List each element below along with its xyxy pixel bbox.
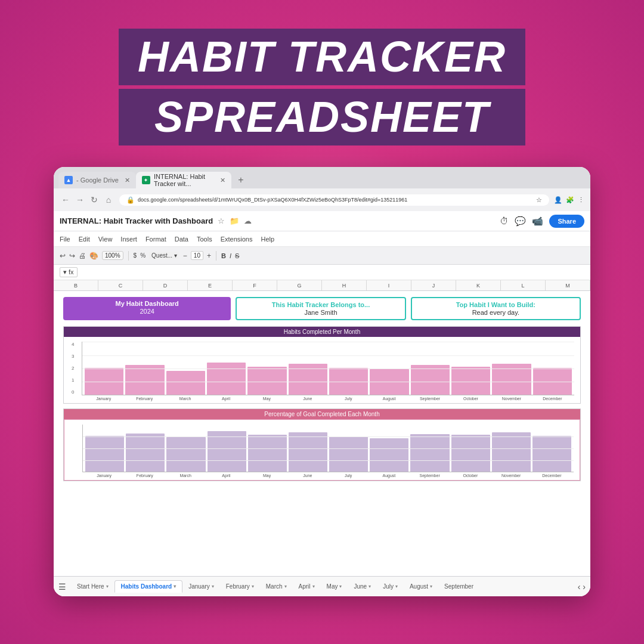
address-bar-row: ← → ↻ ⌂ 🔒 docs.google.com/spreadsheets/d…	[54, 188, 590, 211]
tab-september[interactable]: September	[438, 581, 479, 592]
tab-august[interactable]: August ▾	[404, 581, 438, 592]
bar2-oct	[451, 435, 490, 472]
refresh-button[interactable]: ↻	[88, 194, 100, 206]
currency-btn[interactable]: $	[134, 252, 137, 259]
x2-apr: April	[222, 473, 230, 478]
tab2-close[interactable]: ✕	[220, 177, 225, 184]
tab-prev-icon[interactable]: ‹	[578, 582, 581, 592]
tab-may[interactable]: May ▾	[321, 581, 348, 592]
share-button[interactable]: Share	[549, 215, 584, 228]
bold-btn[interactable]: B	[221, 252, 226, 259]
font-size-plus[interactable]: +	[207, 252, 211, 260]
x2-dec: December	[542, 473, 561, 478]
tab-start-here[interactable]: Start Here ▾	[71, 581, 114, 592]
bar2-feb	[126, 434, 165, 472]
extensions-icon: 🧩	[566, 196, 574, 204]
gridline4	[82, 382, 574, 382]
col-c: C	[98, 280, 143, 290]
hamburger-icon[interactable]: ☰	[58, 582, 66, 592]
tab-january[interactable]: January ▾	[182, 581, 220, 592]
video-icon: 📹	[532, 216, 543, 227]
info-box3-value: Read every day.	[417, 309, 575, 316]
history-icon: ⏱	[500, 216, 509, 226]
bar-sep	[411, 365, 450, 395]
chart1-body: 4 3 2 1 0	[64, 337, 580, 403]
x1-jan: January	[96, 397, 111, 401]
forward-button[interactable]: →	[74, 194, 86, 206]
bar-oct	[451, 367, 490, 395]
tab-bar: ▲ - Google Drive ✕ ✦ INTERNAL: Habit Tra…	[54, 167, 590, 188]
comment-icon: 💬	[515, 216, 526, 227]
cell-ref[interactable]: ▾ fx	[60, 267, 78, 277]
tab-march[interactable]: March ▾	[260, 581, 293, 592]
tab1-close[interactable]: ✕	[125, 177, 130, 184]
menu-file[interactable]: File	[60, 236, 70, 243]
browser-actions: 👤 🧩 ⋮	[554, 196, 584, 204]
y1-1: 1	[72, 377, 74, 383]
gridline1	[82, 342, 574, 342]
col-f: F	[233, 280, 277, 290]
tab-aug-arrow: ▾	[430, 584, 432, 589]
menu-data[interactable]: Data	[175, 236, 188, 243]
col-k: K	[456, 280, 501, 290]
tab-start-arrow: ▾	[106, 584, 109, 589]
tab-mar-label: March	[266, 583, 283, 590]
tab-july[interactable]: July ▾	[377, 581, 404, 592]
redo-icon[interactable]: ↪	[69, 252, 75, 260]
address-bar[interactable]: 🔒 docs.google.com/spreadsheets/d/1mtWrUQ…	[119, 194, 549, 206]
undo-icon[interactable]: ↩	[60, 252, 66, 260]
new-tab-button[interactable]: +	[234, 173, 248, 187]
col-j: J	[411, 280, 456, 290]
tab-april[interactable]: April ▾	[293, 581, 321, 592]
tab-feb-label: February	[226, 583, 250, 590]
font-size-minus[interactable]: −	[183, 252, 187, 260]
formula-bar: ▾ fx	[54, 265, 590, 280]
col-e: E	[188, 280, 233, 290]
col-d: D	[143, 280, 188, 290]
menu-help[interactable]: Help	[261, 236, 274, 243]
chart2-title-bar: Percentage of Goal Completed Each Month	[64, 409, 580, 419]
strikethrough-btn[interactable]: S	[235, 252, 239, 259]
tab-start-label: Start Here	[77, 583, 104, 590]
gridline3	[82, 369, 574, 369]
tab-february[interactable]: February ▾	[220, 581, 260, 592]
tab-habits-dashboard[interactable]: Habits Dashboard ▾	[114, 580, 183, 593]
info-box-owner: This Habit Tracker Belongs to... Jane Sm…	[236, 297, 405, 320]
folder-icon: 📁	[230, 216, 239, 225]
menu-edit[interactable]: Edit	[79, 236, 90, 243]
back-button[interactable]: ←	[60, 194, 72, 206]
font-selector[interactable]: Quest... ▾	[149, 252, 179, 259]
tab-jul-arrow: ▾	[395, 584, 398, 589]
info-box-dashboard: My Habit Dashboard 2024	[63, 297, 231, 320]
y1-3: 3	[72, 354, 74, 359]
bar2-nov	[492, 432, 531, 472]
menu-bar: File Edit View Insert Format Data Tools …	[54, 231, 590, 247]
home-button[interactable]: ⌂	[103, 194, 114, 206]
bar-feb	[125, 365, 164, 395]
bar-chart1: 4 3 2 1 0	[70, 342, 574, 401]
tab-june[interactable]: June ▾	[348, 581, 377, 592]
browser-chrome: ▲ - Google Drive ✕ ✦ INTERNAL: Habit Tra…	[54, 167, 590, 280]
info-box1-title: My Habit Dashboard	[68, 300, 226, 307]
x1-jun: June	[303, 397, 312, 401]
tab-google-drive[interactable]: ▲ - Google Drive ✕	[58, 172, 136, 188]
tab-sheets[interactable]: ✦ INTERNAL: Habit Tracker wit... ✕	[136, 172, 231, 188]
bar2-sep	[410, 434, 449, 472]
italic-btn[interactable]: I	[230, 252, 231, 259]
menu-insert[interactable]: Insert	[120, 236, 137, 243]
bar2-apr	[208, 431, 246, 472]
menu-view[interactable]: View	[98, 236, 113, 243]
menu-format[interactable]: Format	[145, 236, 166, 243]
zoom-selector[interactable]: 100%	[102, 251, 123, 260]
paint-icon[interactable]: 🎨	[89, 252, 98, 260]
tab-next-icon[interactable]: ›	[583, 582, 586, 592]
tab-feb-arrow: ▾	[252, 584, 254, 589]
x2-nov: November	[501, 473, 521, 478]
menu-extensions[interactable]: Extensions	[221, 236, 253, 243]
menu-tools[interactable]: Tools	[197, 236, 212, 243]
x1-sep: September	[420, 397, 440, 401]
print-icon[interactable]: 🖨	[79, 252, 86, 260]
percent-btn[interactable]: %	[140, 252, 145, 259]
tab-may-label: May	[327, 583, 338, 590]
x1-mar: March	[179, 397, 191, 401]
